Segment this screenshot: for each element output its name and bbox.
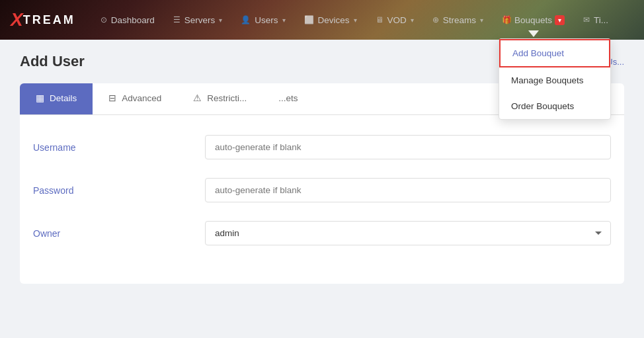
nav-label-vod: VOD bbox=[387, 15, 407, 25]
dropdown-item-order-bouquets[interactable]: Order Bouquets bbox=[499, 93, 610, 119]
nav-item-vod[interactable]: 🖥 VOD ▾ bbox=[366, 10, 423, 30]
tab-advanced[interactable]: ⊟ Advanced bbox=[93, 83, 177, 114]
bouquets-chevron-icon: ▾ bbox=[558, 17, 561, 24]
tab-advanced-label: Advanced bbox=[122, 93, 161, 103]
devices-chevron-icon: ▾ bbox=[354, 17, 357, 24]
nav-label-dashboard: Dashboard bbox=[111, 15, 155, 25]
advanced-tab-icon: ⊟ bbox=[108, 93, 116, 103]
tickets-icon: ✉ bbox=[583, 15, 590, 24]
dashboard-icon: ⊙ bbox=[101, 15, 107, 24]
page-title: Add User bbox=[20, 53, 85, 70]
password-input[interactable] bbox=[205, 178, 611, 202]
tab-bouquets-label: ...ets bbox=[278, 93, 298, 103]
tab-restrictions[interactable]: ⚠ Restricti... bbox=[177, 83, 262, 114]
nav-item-dashboard[interactable]: ⊙ Dashboard bbox=[91, 10, 164, 30]
vod-icon: 🖥 bbox=[376, 15, 383, 24]
devices-icon: ⬜ bbox=[304, 15, 314, 24]
nav-label-servers: Servers bbox=[184, 15, 216, 25]
dropdown-item-manage-bouquets[interactable]: Manage Bouquets bbox=[499, 67, 610, 93]
nav-label-streams: Streams bbox=[443, 15, 476, 25]
servers-icon: ☰ bbox=[173, 15, 181, 24]
form-content: Username Password Owner admin bbox=[20, 115, 624, 284]
logo-x: X bbox=[11, 9, 23, 30]
users-chevron-icon: ▾ bbox=[282, 17, 286, 24]
details-tab-icon: ▦ bbox=[36, 93, 44, 103]
header: X TREAM ⊙ Dashboard ☰ Servers ▾ 👤 Users … bbox=[0, 0, 644, 40]
nav-pointer bbox=[528, 30, 539, 37]
form-row-owner: Owner admin bbox=[33, 221, 611, 245]
tab-restrictions-label: Restricti... bbox=[207, 93, 247, 103]
owner-label: Owner bbox=[33, 228, 205, 239]
main-nav: ⊙ Dashboard ☰ Servers ▾ 👤 Users ▾ ⬜ Devi… bbox=[91, 10, 633, 30]
dropdown-item-add-bouquet[interactable]: Add Bouquet bbox=[499, 39, 610, 67]
form-row-username: Username bbox=[33, 135, 611, 159]
nav-item-tickets[interactable]: ✉ Ti... bbox=[574, 10, 618, 30]
users-icon: 👤 bbox=[241, 15, 251, 24]
nav-item-streams[interactable]: ⊕ Streams ▾ bbox=[423, 10, 493, 30]
tab-details[interactable]: ▦ Details bbox=[20, 83, 93, 114]
streams-icon: ⊕ bbox=[432, 15, 439, 24]
streams-chevron-icon: ▾ bbox=[480, 17, 483, 24]
username-input[interactable] bbox=[205, 135, 611, 159]
form-row-password: Password bbox=[33, 178, 611, 202]
tab-bouquets[interactable]: ...ets bbox=[262, 83, 313, 114]
restrictions-tab-icon: ⚠ bbox=[193, 93, 202, 103]
password-label: Password bbox=[33, 185, 205, 196]
nav-label-bouquets: Bouquets bbox=[514, 15, 552, 25]
nav-label-devices: Devices bbox=[318, 15, 350, 25]
bouquets-icon: 🎁 bbox=[502, 15, 512, 24]
logo[interactable]: X TREAM bbox=[11, 9, 75, 30]
nav-label-users: Users bbox=[255, 15, 278, 25]
nav-item-bouquets[interactable]: 🎁 Bouquets ▾ bbox=[493, 10, 574, 30]
tab-details-label: Details bbox=[50, 93, 77, 103]
bouquets-chevron-box[interactable]: ▾ bbox=[555, 15, 565, 25]
logo-text: TREAM bbox=[23, 13, 75, 27]
nav-item-servers[interactable]: ☰ Servers ▾ bbox=[164, 10, 232, 30]
nav-label-tickets: Ti... bbox=[594, 15, 608, 25]
bouquets-dropdown: Add Bouquet Manage Bouquets Order Bouque… bbox=[499, 38, 611, 120]
nav-item-users[interactable]: 👤 Users ▾ bbox=[231, 10, 294, 30]
username-label: Username bbox=[33, 142, 205, 153]
owner-select[interactable]: admin bbox=[205, 221, 611, 245]
nav-item-devices[interactable]: ⬜ Devices ▾ bbox=[295, 10, 366, 30]
vod-chevron-icon: ▾ bbox=[411, 17, 414, 24]
servers-chevron-icon: ▾ bbox=[219, 17, 222, 24]
